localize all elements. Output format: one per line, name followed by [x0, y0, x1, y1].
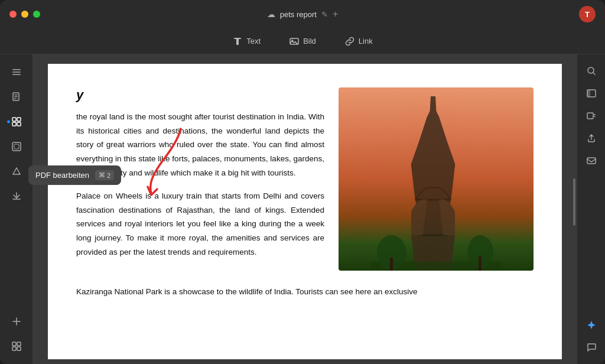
link-toolbar-icon: [344, 36, 355, 47]
svg-rect-8: [14, 95, 18, 95]
svg-rect-18: [17, 342, 21, 346]
traffic-lights: [9, 11, 40, 18]
pdf-edit-tooltip: PDF bearbeiten ⌘ 2: [28, 165, 121, 185]
left-sidebar: PDF bearbeiten ⌘ 2: [0, 54, 33, 364]
svg-rect-13: [12, 122, 16, 126]
paragraph-3: Kaziranga National Park is a showcase to…: [76, 285, 534, 299]
shortcut-cmd: ⌘: [99, 171, 105, 179]
sidebar-item-pages[interactable]: [6, 86, 27, 108]
scrollbar-track[interactable]: [572, 54, 577, 364]
scrollbar-thumb[interactable]: [573, 178, 575, 226]
add-tab-button[interactable]: +: [333, 9, 338, 20]
sidebar-item-edit[interactable]: [6, 111, 27, 132]
svg-rect-15: [12, 142, 21, 151]
toolbar-text-button[interactable]: Text: [227, 34, 265, 49]
bild-toolbar-label: Bild: [303, 37, 316, 46]
text-toolbar-icon: [232, 36, 243, 47]
titlebar: ☁ pets report ✎ + T: [0, 0, 605, 28]
bottom-text: Kaziranga National Park is a showcase to…: [76, 285, 534, 299]
svg-rect-5: [12, 72, 21, 73]
svg-rect-9: [14, 96, 18, 97]
sidebar-item-export[interactable]: [6, 186, 27, 207]
svg-rect-12: [17, 118, 21, 121]
svg-rect-6: [12, 74, 21, 76]
svg-rect-21: [425, 138, 441, 142]
right-sidebar-panel[interactable]: [582, 84, 601, 103]
svg-rect-1: [236, 38, 239, 45]
tooltip-shortcut: ⌘ 2: [95, 170, 114, 180]
svg-rect-11: [12, 118, 16, 121]
eiffel-tower-image: [339, 87, 534, 271]
right-sidebar-mail[interactable]: [582, 151, 601, 170]
right-sidebar: [577, 54, 605, 364]
right-sidebar-ai[interactable]: [582, 316, 601, 334]
svg-rect-32: [594, 114, 596, 115]
svg-rect-31: [587, 113, 593, 119]
svg-rect-26: [390, 258, 393, 271]
right-sidebar-share[interactable]: [582, 129, 601, 148]
svg-rect-16: [14, 144, 19, 149]
close-button[interactable]: [9, 11, 17, 18]
tooltip-label: PDF bearbeiten: [35, 171, 89, 180]
edit-title-button[interactable]: ✎: [321, 10, 328, 19]
svg-rect-33: [594, 116, 596, 117]
pdf-page: y the royal land is the most sought afte…: [48, 64, 562, 359]
document-icon: ☁: [267, 9, 275, 19]
svg-rect-22: [418, 161, 448, 166]
sidebar-item-grid2[interactable]: [6, 336, 27, 357]
svg-rect-20: [17, 347, 21, 350]
right-sidebar-search[interactable]: [582, 61, 601, 80]
image-toolbar-icon: [289, 36, 300, 47]
toolbar-link-button[interactable]: Link: [340, 34, 378, 49]
sidebar-item-annotations[interactable]: [6, 161, 27, 182]
svg-rect-34: [587, 158, 596, 164]
page-heading: y: [76, 87, 324, 103]
svg-rect-4: [12, 69, 21, 70]
sidebar-item-shapes[interactable]: [6, 136, 27, 157]
document-title: pets report: [280, 10, 317, 19]
svg-rect-14: [17, 122, 21, 126]
content-area[interactable]: y the royal land is the most sought afte…: [33, 54, 577, 364]
svg-rect-17: [12, 342, 16, 346]
text-toolbar-label: Text: [246, 37, 261, 46]
toolbar-bild-button[interactable]: Bild: [284, 34, 321, 49]
svg-rect-27: [479, 256, 482, 271]
main-layout: PDF bearbeiten ⌘ 2 y the royal land is: [0, 54, 605, 364]
svg-rect-19: [12, 347, 16, 350]
svg-rect-10: [14, 98, 17, 99]
right-sidebar-view[interactable]: [582, 106, 601, 125]
red-arrow: [139, 123, 193, 202]
sidebar-item-menu[interactable]: [6, 61, 27, 83]
link-toolbar-label: Link: [359, 37, 373, 46]
maximize-button[interactable]: [33, 11, 40, 18]
paragraph-2: Palace on Wheels is a luxury train that …: [76, 189, 324, 259]
image-column: [339, 87, 534, 271]
toolbar: Text Bild Link: [0, 28, 605, 54]
sidebar-item-add[interactable]: [6, 311, 27, 332]
shortcut-key: 2: [107, 172, 110, 179]
user-avatar[interactable]: T: [579, 6, 596, 22]
minimize-button[interactable]: [21, 11, 28, 18]
svg-rect-30: [587, 90, 590, 97]
right-sidebar-chat[interactable]: [582, 338, 601, 357]
titlebar-center: ☁ pets report ✎ +: [267, 9, 339, 20]
